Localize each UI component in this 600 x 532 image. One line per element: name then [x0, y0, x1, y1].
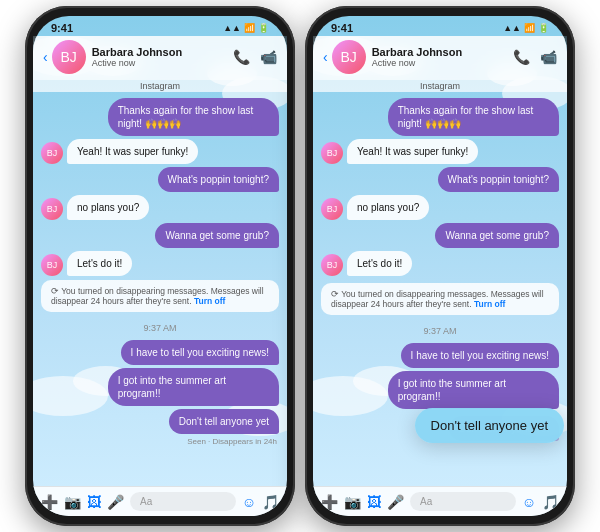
popup-bubble-right: Don't tell anyone yet — [415, 408, 564, 443]
plus-icon-left[interactable]: ➕ — [41, 494, 58, 510]
msg-row: Don't tell anyone yet — [41, 409, 279, 434]
msg-avatar: BJ — [321, 142, 343, 164]
header-info-left: Barbara Johnson Active now — [92, 46, 233, 68]
msg-row: BJ no plans you? — [41, 195, 279, 220]
mic-icon-left[interactable]: 🎤 — [107, 494, 124, 510]
bubble-sent: I got into the summer art program!! — [108, 368, 279, 406]
header-info-right: Barbara Johnson Active now — [372, 46, 513, 68]
msg-row: Wanna get some grub? — [321, 223, 559, 248]
emoji-icon-right[interactable]: ☺ — [522, 494, 536, 510]
msg-row: Wanna get some grub? — [41, 223, 279, 248]
timestamp-left: 9:37 AM — [41, 323, 279, 333]
contact-name-left: Barbara Johnson — [92, 46, 233, 58]
camera-icon-left[interactable]: 📷 — [64, 494, 81, 510]
msg-row: BJ Yeah! It was super funky! — [321, 139, 559, 164]
msg-avatar: BJ — [321, 198, 343, 220]
status-bar-right: 9:41 ▲▲ 📶 🔋 — [313, 16, 567, 36]
msg-avatar: BJ — [41, 198, 63, 220]
screen-content-right: 9:41 ▲▲ 📶 🔋 ‹ BJ Barbara Johnson Active … — [313, 16, 567, 516]
bottom-bar-left: ➕ 📷 🖼 🎤 Aa ☺ 🎵 — [33, 486, 287, 516]
msg-row: What's poppin tonight? — [321, 167, 559, 192]
bubble-received: Yeah! It was super funky! — [347, 139, 478, 164]
msg-row: I got into the summer art program!! — [41, 368, 279, 406]
bubble-received: Yeah! It was super funky! — [67, 139, 198, 164]
image-icon-left[interactable]: 🖼 — [87, 494, 101, 510]
bubble-sent: I have to tell you exciting news! — [401, 343, 559, 368]
msg-row: I have to tell you exciting news! — [321, 343, 559, 368]
music-icon-right[interactable]: 🎵 — [542, 494, 559, 510]
call-icon-left[interactable]: 📞 — [233, 49, 250, 65]
message-input-right[interactable]: Aa — [410, 492, 516, 511]
platform-label-left: Instagram — [33, 80, 287, 92]
screen-left: 9:41 ▲▲ 📶 🔋 ‹ BJ Barbara Johnson Active … — [33, 16, 287, 516]
bubble-received: no plans you? — [67, 195, 149, 220]
msg-row: BJ Yeah! It was super funky! — [41, 139, 279, 164]
bubble-received: Let's do it! — [67, 251, 132, 276]
msg-row: Thanks again for the show last night! 🙌🙌… — [321, 98, 559, 136]
phone-left: 9:41 ▲▲ 📶 🔋 ‹ BJ Barbara Johnson Active … — [25, 6, 295, 526]
msg-avatar: BJ — [41, 142, 63, 164]
turn-off-link-left[interactable]: Turn off — [194, 296, 225, 306]
time-right: 9:41 — [331, 22, 353, 34]
back-arrow-left[interactable]: ‹ — [43, 49, 48, 65]
bubble-sent: Thanks again for the show last night! 🙌🙌… — [388, 98, 559, 136]
status-bar-left: 9:41 ▲▲ 📶 🔋 — [33, 16, 287, 36]
time-left: 9:41 — [51, 22, 73, 34]
back-arrow-right[interactable]: ‹ — [323, 49, 328, 65]
bubble-sent: What's poppin tonight? — [158, 167, 279, 192]
image-icon-right[interactable]: 🖼 — [367, 494, 381, 510]
bubble-sent: I got into the summer art program!! — [388, 371, 559, 409]
music-icon-left[interactable]: 🎵 — [262, 494, 279, 510]
bubble-sent: Wanna get some grub? — [155, 223, 279, 248]
screen-right: 9:41 ▲▲ 📶 🔋 ‹ BJ Barbara Johnson Active … — [313, 16, 567, 516]
msg-row: Thanks again for the show last night! 🙌🙌… — [41, 98, 279, 136]
bottom-bar-right: ➕ 📷 🖼 🎤 Aa ☺ 🎵 — [313, 486, 567, 516]
call-icon-right[interactable]: 📞 — [513, 49, 530, 65]
avatar-left: BJ — [52, 40, 86, 74]
msg-avatar: BJ — [321, 254, 343, 276]
header-actions-left: 📞 📹 — [233, 49, 277, 65]
msg-row: I have to tell you exciting news! — [41, 340, 279, 365]
bubble-sent: Thanks again for the show last night! 🙌🙌… — [108, 98, 279, 136]
plus-icon-right[interactable]: ➕ — [321, 494, 338, 510]
bubble-sent-last: Don't tell anyone yet — [169, 409, 279, 434]
disappear-notice-right: ⟳ You turned on disappearing messages. M… — [321, 283, 559, 315]
contact-status-right: Active now — [372, 58, 513, 68]
messages-right: Thanks again for the show last night! 🙌🙌… — [313, 92, 567, 486]
contact-status-left: Active now — [92, 58, 233, 68]
status-icons-right: ▲▲ 📶 🔋 — [503, 23, 549, 33]
msg-row: What's poppin tonight? — [41, 167, 279, 192]
disappear-notice-left: ⟳ You turned on disappearing messages. M… — [41, 280, 279, 312]
header-actions-right: 📞 📹 — [513, 49, 557, 65]
screen-content-left: 9:41 ▲▲ 📶 🔋 ‹ BJ Barbara Johnson Active … — [33, 16, 287, 516]
timestamp-right: 9:37 AM — [321, 326, 559, 336]
messages-left: Thanks again for the show last night! 🙌🙌… — [33, 92, 287, 486]
msg-row: BJ Let's do it! — [41, 251, 279, 276]
camera-icon-right[interactable]: 📷 — [344, 494, 361, 510]
emoji-icon-left[interactable]: ☺ — [242, 494, 256, 510]
phone-right: 9:41 ▲▲ 📶 🔋 ‹ BJ Barbara Johnson Active … — [305, 6, 575, 526]
popup-container-right: Don't tell anyone yet Don't tell anyone … — [321, 416, 559, 441]
chat-header-right: ‹ BJ Barbara Johnson Active now 📞 📹 — [313, 36, 567, 80]
bubble-received: Let's do it! — [347, 251, 412, 276]
seen-label-left: Seen · Disappears in 24h — [41, 437, 279, 446]
chat-header-left: ‹ BJ Barbara Johnson Active now 📞 📹 — [33, 36, 287, 80]
bubble-sent: I have to tell you exciting news! — [121, 340, 279, 365]
message-input-left[interactable]: Aa — [130, 492, 236, 511]
video-icon-right[interactable]: 📹 — [540, 49, 557, 65]
avatar-right: BJ — [332, 40, 366, 74]
video-icon-left[interactable]: 📹 — [260, 49, 277, 65]
turn-off-link-right[interactable]: Turn off — [474, 299, 505, 309]
platform-label-right: Instagram — [313, 80, 567, 92]
phone-frame-left: 9:41 ▲▲ 📶 🔋 ‹ BJ Barbara Johnson Active … — [25, 6, 295, 526]
status-icons-left: ▲▲ 📶 🔋 — [223, 23, 269, 33]
msg-row: BJ Let's do it! — [321, 251, 559, 276]
phone-frame-right: 9:41 ▲▲ 📶 🔋 ‹ BJ Barbara Johnson Active … — [305, 6, 575, 526]
msg-row: BJ no plans you? — [321, 195, 559, 220]
bubble-sent: Wanna get some grub? — [435, 223, 559, 248]
msg-avatar: BJ — [41, 254, 63, 276]
mic-icon-right[interactable]: 🎤 — [387, 494, 404, 510]
bubble-sent: What's poppin tonight? — [438, 167, 559, 192]
disappear-section-left: BJ Let's do it! ⟳ You turned on disappea… — [41, 251, 279, 316]
bubble-received: no plans you? — [347, 195, 429, 220]
